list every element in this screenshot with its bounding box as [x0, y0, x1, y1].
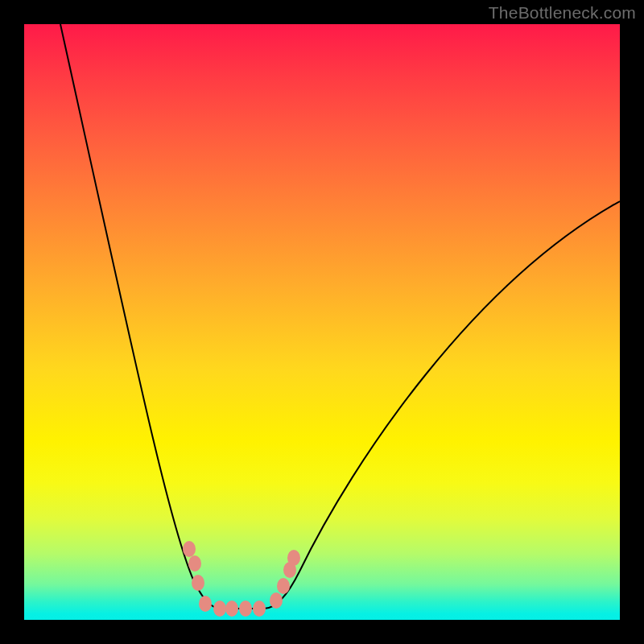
data-marker: [188, 555, 201, 572]
data-marker: [253, 601, 266, 617]
plot-area: [24, 24, 620, 620]
data-marker: [199, 596, 212, 612]
data-marker: [213, 601, 226, 617]
data-marker: [270, 592, 283, 609]
data-marker: [287, 550, 300, 566]
data-marker: [277, 578, 290, 594]
watermark-text: TheBottleneck.com: [489, 3, 636, 23]
chart-svg: [24, 24, 620, 620]
data-marker: [239, 601, 252, 617]
data-marker: [183, 541, 196, 557]
chart-frame: TheBottleneck.com: [0, 0, 644, 644]
left-curve: [60, 24, 243, 609]
right-curve: [243, 201, 620, 609]
data-marker: [192, 575, 204, 591]
data-marker: [225, 601, 238, 617]
